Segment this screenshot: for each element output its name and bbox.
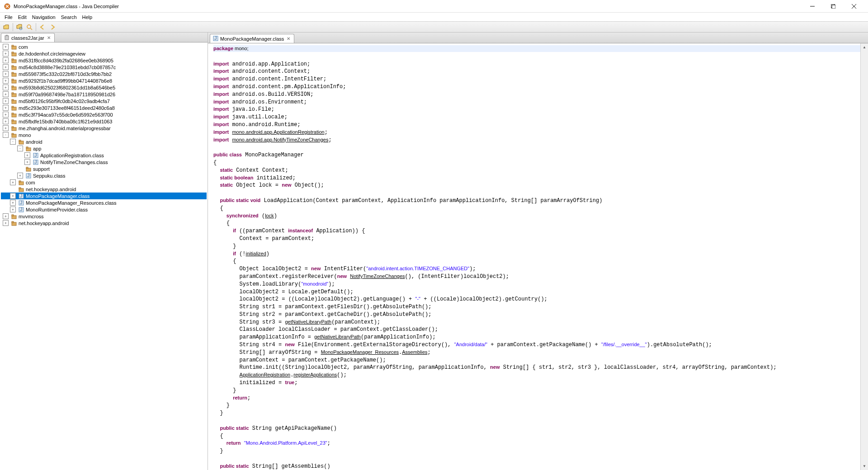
menu-search[interactable]: Search	[58, 14, 80, 21]
tree-item[interactable]: +me.zhanghai.android.materialprogressbar	[1, 125, 207, 132]
tree-item[interactable]: +JMonoPackageManager.class	[1, 193, 207, 199]
tree-item-label: md559873f5c332c022bf8710d3c9fbb7bb2	[19, 71, 112, 77]
expand-icon[interactable]: +	[3, 98, 9, 104]
tree-item[interactable]: +md5c3f794aca97c55dc0e6d5992e563f700	[1, 111, 207, 118]
expand-icon[interactable]: +	[24, 159, 30, 165]
expand-icon[interactable]: +	[3, 125, 9, 131]
svg-point-7	[27, 25, 31, 28]
vertical-scrollbar[interactable]: ▲ ▼	[860, 43, 868, 470]
tree-item[interactable]: +JMonoPackageManager_Resources.class	[1, 199, 207, 206]
expand-icon[interactable]: +	[3, 91, 9, 97]
expand-icon[interactable]: +	[10, 193, 16, 199]
tree-item-label: MonoPackageManager_Resources.class	[26, 200, 117, 206]
tree-item[interactable]: +md59292f1b7dcad9ff99bb047144087b6e8	[1, 77, 207, 84]
close-button[interactable]	[844, 0, 864, 13]
expand-icon[interactable]: +	[3, 51, 9, 56]
jar-tab[interactable]: classes2Jar.jar ✕	[1, 33, 55, 42]
svg-rect-48	[26, 167, 28, 169]
open-type-icon[interactable]	[15, 23, 24, 32]
package-icon	[11, 51, 17, 57]
package-icon	[11, 78, 17, 84]
expand-icon[interactable]: +	[3, 71, 9, 77]
expand-icon[interactable]: +	[3, 220, 9, 226]
forward-icon[interactable]	[48, 23, 57, 32]
back-icon[interactable]	[38, 23, 47, 32]
tree-item[interactable]: +md5fbdfe15bdb740bba08c1f621e9dd1063	[1, 118, 207, 125]
menu-navigation[interactable]: Navigation	[29, 14, 58, 21]
tree-item[interactable]: +JMonoRuntimeProvider.class	[1, 206, 207, 213]
tree-item[interactable]: +md593b8d625023f6802361dd1b8a6546be5	[1, 84, 207, 91]
svg-rect-52	[19, 181, 21, 182]
tree-item[interactable]: -app	[1, 145, 207, 152]
maximize-button[interactable]	[823, 0, 844, 13]
tree-item[interactable]: +md5bf0126c95bf9fc0db24c02c9adb4cfa7	[1, 98, 207, 104]
svg-text:J: J	[214, 36, 217, 41]
expand-icon[interactable]: +	[3, 105, 9, 111]
expand-icon[interactable]: +	[3, 64, 9, 70]
expand-icon[interactable]: +	[10, 200, 16, 206]
tree-item[interactable]: +de.hdodenhof.circleimageview	[1, 50, 207, 57]
package-tree[interactable]: +com+de.hdodenhof.circleimageview+md531f…	[0, 42, 208, 470]
collapse-icon[interactable]: -	[10, 139, 16, 145]
expand-icon[interactable]: +	[3, 57, 9, 63]
menu-edit[interactable]: Edit	[15, 14, 29, 21]
tree-item[interactable]: +JApplicationRegistration.class	[1, 152, 207, 159]
tree-item[interactable]: +com	[1, 43, 207, 50]
collapse-icon[interactable]: -	[3, 132, 9, 138]
tree-item[interactable]: support	[1, 165, 207, 172]
tree-item[interactable]: -mono	[1, 132, 207, 138]
expand-icon[interactable]: +	[3, 213, 9, 219]
expand-icon[interactable]: +	[10, 179, 16, 185]
menu-help[interactable]: Help	[80, 14, 95, 21]
tree-item-label: Seppuku.class	[33, 173, 66, 179]
tree-item[interactable]: -android	[1, 138, 207, 145]
tree-item[interactable]: +md59f70a99687498e7ba187118950981d26	[1, 91, 207, 98]
open-icon[interactable]	[2, 23, 11, 32]
tree-item-label: com	[19, 44, 28, 50]
expand-icon[interactable]: +	[24, 152, 30, 158]
tree-item[interactable]: +md54c8d3888e79e210381ebdd7cb087857c	[1, 64, 207, 70]
tab-close-icon[interactable]: ✕	[286, 36, 291, 42]
editor-tab-label: MonoPackageManager.class	[220, 36, 284, 42]
search-icon[interactable]	[25, 23, 34, 32]
svg-rect-42	[26, 147, 28, 148]
scroll-up-icon[interactable]: ▲	[861, 43, 868, 51]
expand-icon[interactable]: +	[3, 118, 9, 124]
svg-rect-24	[12, 86, 14, 87]
tree-item-label: md531f8cc8d4d39b2fa02686ee0eb368905	[19, 58, 113, 63]
app-icon	[4, 3, 11, 10]
expand-icon[interactable]: +	[3, 78, 9, 84]
svg-rect-18	[12, 66, 14, 67]
tree-item[interactable]: +JNotifyTimeZoneChanges.class	[1, 159, 207, 165]
menu-file[interactable]: File	[2, 14, 15, 21]
svg-rect-12	[12, 45, 14, 47]
tree-spacer	[17, 166, 23, 172]
tab-close-icon[interactable]: ✕	[46, 35, 52, 41]
tree-item[interactable]: +net.hockeyapp.android	[1, 220, 207, 226]
tree-item-label: md54c8d3888e79e210381ebdd7cb087857c	[19, 65, 116, 70]
tree-item[interactable]: +md531f8cc8d4d39b2fa02686ee0eb368905	[1, 57, 207, 64]
tree-item[interactable]: +md5c293e307133ee8f46151deed2480c6a8	[1, 104, 207, 111]
tree-item[interactable]: +mvvmcross	[1, 213, 207, 220]
svg-rect-38	[12, 133, 14, 135]
package-icon	[18, 186, 24, 193]
expand-icon[interactable]: +	[3, 44, 9, 50]
package-icon	[25, 146, 32, 152]
expand-icon[interactable]: +	[3, 85, 9, 90]
jar-tab-label: classes2Jar.jar	[11, 35, 44, 41]
minimize-button[interactable]	[802, 0, 823, 13]
tree-item[interactable]: net.hockeyapp.android	[1, 186, 207, 193]
scroll-down-icon[interactable]: ▼	[861, 462, 868, 470]
editor-tab[interactable]: J MonoPackageManager.class ✕	[210, 34, 294, 43]
expand-icon[interactable]: +	[17, 173, 23, 179]
expand-icon[interactable]: +	[10, 207, 16, 212]
expand-icon[interactable]: +	[3, 112, 9, 118]
code-editor[interactable]: package mono; import android.app.Applica…	[208, 43, 868, 470]
collapse-icon[interactable]: -	[17, 146, 23, 151]
tree-item[interactable]: +md559873f5c332c022bf8710d3c9fbb7bb2	[1, 70, 207, 77]
svg-text:J: J	[27, 173, 30, 178]
svg-rect-20	[12, 72, 14, 74]
tree-item[interactable]: +com	[1, 179, 207, 186]
tree-item[interactable]: +JSeppuku.class	[1, 172, 207, 179]
svg-rect-62	[12, 215, 14, 216]
